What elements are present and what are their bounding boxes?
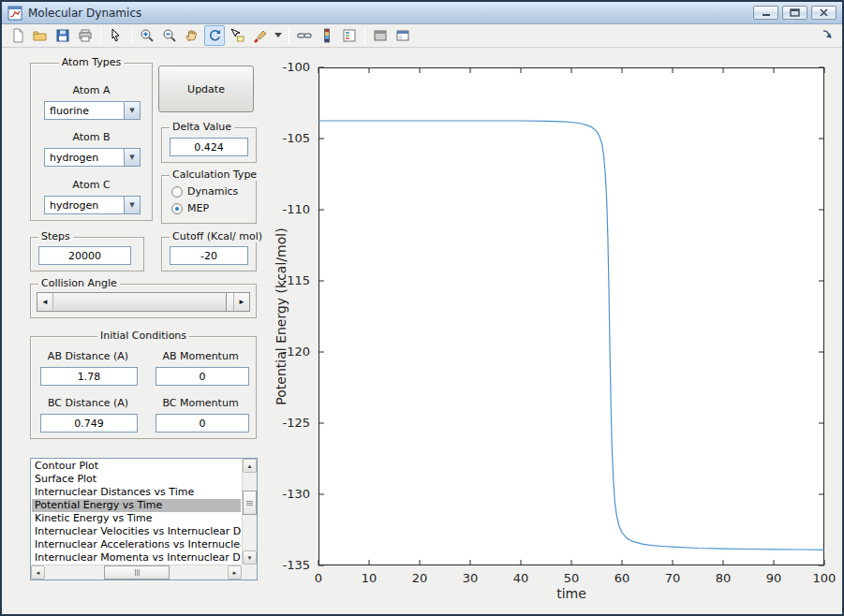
list-item[interactable]: Internuclear Momenta vs Internuclear Dis… [32,551,241,564]
pointer-arrow-icon [109,28,124,43]
slider-right-arrow-icon[interactable]: ► [233,293,249,311]
figure-body: Atom Types Atom A fluorine ▼ Atom B hydr… [2,49,842,614]
delta-value-group: Delta Value [161,127,257,163]
figure-toolbar [2,24,842,48]
atom-a-dropdown[interactable]: fluorine ▼ [44,101,141,120]
group-title: Initial Conditions [97,330,189,342]
zoom-out-button[interactable] [159,25,180,46]
new-figure-button[interactable] [7,25,28,46]
bc-distance-input[interactable] [40,414,138,433]
edit-plot-button[interactable] [106,25,126,46]
horizontal-scroll-thumb[interactable] [104,565,170,579]
x-tick-label: 90 [766,571,782,585]
scroll-right-icon[interactable]: ► [228,565,242,579]
open-folder-icon [33,28,48,43]
rotate-3d-icon [207,28,222,43]
mep-radio[interactable]: MEP [171,202,209,214]
hide-plot-tools-button[interactable] [370,25,391,46]
dock-figure-button[interactable] [821,28,836,43]
list-item[interactable]: Potential Energy vs Time [32,499,241,512]
atom-c-label: Atom C [31,179,152,191]
close-button[interactable] [811,6,837,20]
steps-input[interactable] [38,246,131,265]
titlebar[interactable]: Molecular Dynamics [2,2,842,24]
link-chain-icon [297,28,312,43]
chevron-down-icon[interactable]: ▼ [124,102,140,119]
x-tick-label: 80 [716,571,732,585]
list-item[interactable]: Internuclear Distances vs Time [32,486,241,499]
ab-distance-input[interactable] [40,367,138,386]
insert-colorbar-button[interactable] [317,25,337,46]
zoom-in-icon [140,28,155,43]
x-tick-label: 70 [665,571,681,585]
pan-button[interactable] [182,25,202,46]
delta-value-input[interactable] [170,138,248,156]
minimize-button[interactable] [753,6,778,20]
ab-momentum-label: AB Momentum [145,350,256,362]
save-figure-button[interactable] [52,25,73,46]
link-plot-button[interactable] [294,25,315,46]
list-item[interactable]: Internuclear Accelerations vs Internucle… [32,538,241,551]
atom-types-group: Atom Types Atom A fluorine ▼ Atom B hydr… [30,63,153,221]
list-item[interactable]: Contour Plot [32,460,241,473]
group-title: Atom Types [59,56,125,68]
update-button[interactable]: Update [158,66,254,112]
scroll-up-icon[interactable]: ▲ [243,459,257,473]
window-title: Molecular Dynamics [28,7,141,20]
dock-arrow-icon [822,28,835,41]
show-plot-tools-button[interactable] [392,25,413,46]
horizontal-scrollbar[interactable]: ◄ ► [31,565,242,579]
atom-c-dropdown[interactable]: hydrogen ▼ [44,196,141,214]
group-title: Delta Value [170,121,234,133]
plot-canvas[interactable]: 0102030405060708090100-135-130-125-120-1… [318,67,824,565]
atom-b-dropdown[interactable]: hydrogen ▼ [44,148,141,167]
chevron-down-icon[interactable]: ▼ [124,197,140,213]
dynamics-radio[interactable]: Dynamics [171,185,238,198]
cutoff-input[interactable] [170,246,248,265]
scroll-down-icon[interactable]: ▼ [243,550,257,565]
atom-b-label: Atom B [31,131,152,143]
scroll-left-icon[interactable]: ◄ [31,565,45,579]
chevron-down-icon[interactable]: ▼ [124,149,140,166]
toolbar-separator [289,27,289,44]
vertical-scroll-thumb[interactable] [243,491,257,515]
plot-type-listbox[interactable]: Contour PlotSurface PlotInternuclear Dis… [30,458,258,580]
vertical-scrollbar[interactable]: ▲ ▼ [242,459,257,565]
legend-icon [342,28,357,43]
print-figure-button[interactable] [75,25,96,46]
collision-angle-slider[interactable]: ◄ ► [37,292,250,312]
radio-icon[interactable] [171,186,183,198]
minimize-icon [762,8,771,17]
app-window: Molecular Dynamics [0,0,844,616]
list-item[interactable]: Kinetic Energy vs Time [32,512,241,525]
atom-a-value: fluorine [45,105,124,117]
brush-dropdown-button[interactable] [272,25,284,46]
x-tick-label: 20 [412,571,428,585]
hand-pan-icon [185,28,200,43]
atom-a-label: Atom A [31,84,152,96]
radio-icon[interactable] [171,203,183,214]
bc-momentum-input[interactable] [155,414,249,433]
hide-plot-tools-icon [373,28,388,43]
x-axis-label: time [478,586,665,601]
bc-momentum-label: BC Momentum [145,397,256,409]
bc-distance-label: BC Distance (A) [31,397,145,409]
chevron-down-icon [274,33,282,38]
brush-button[interactable] [249,25,270,46]
open-file-button[interactable] [30,25,51,46]
data-cursor-button[interactable] [227,25,247,46]
group-title: Cutoff (Kcal/ mol) [170,230,265,242]
save-floppy-icon [55,28,70,43]
collision-angle-group: Collision Angle ◄ ► [30,284,257,318]
zoom-in-button[interactable] [137,25,157,46]
insert-legend-button[interactable] [339,25,360,46]
list-item[interactable]: Internuclear Velocities vs Internuclear … [32,525,241,538]
maximize-button[interactable] [782,6,807,20]
brush-icon [252,28,267,43]
rotate-3d-button[interactable] [204,25,225,46]
ab-momentum-input[interactable] [155,367,249,386]
scrollbar-corner [242,565,257,579]
slider-left-arrow-icon[interactable]: ◄ [37,293,53,311]
list-item[interactable]: Surface Plot [32,473,241,486]
y-tick-label: -130 [282,487,310,501]
